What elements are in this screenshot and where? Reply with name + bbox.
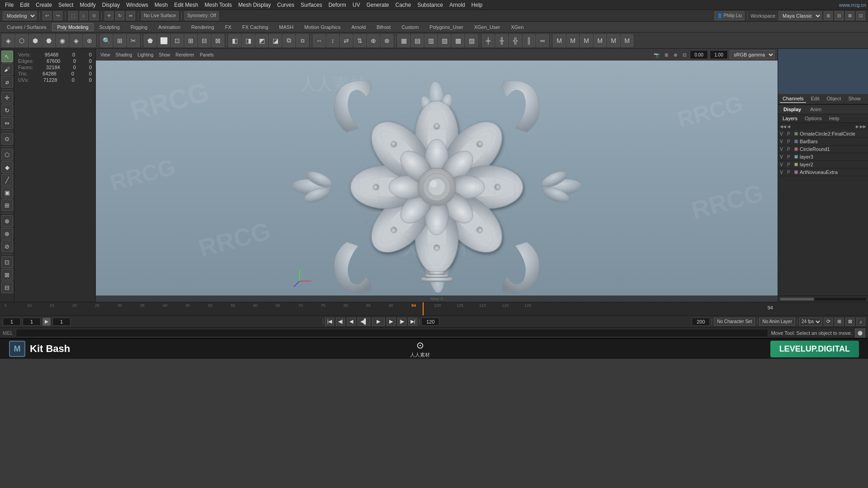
- shelf-tab-sculpting[interactable]: Sculpting: [94, 23, 125, 31]
- shelf-icon-25[interactable]: ⇄: [340, 34, 353, 47]
- render-region-icon[interactable]: ⊡: [681, 52, 688, 58]
- shelf-icon-11[interactable]: ⬟: [144, 34, 156, 47]
- shelf-icon-7[interactable]: ⊕: [83, 34, 96, 47]
- shelf-tab-motion-graphics[interactable]: Motion Graphics: [299, 23, 345, 31]
- anim-start-field[interactable]: [23, 318, 41, 326]
- menu-edit[interactable]: Edit: [17, 1, 33, 9]
- lighting-menu-btn[interactable]: Lighting: [136, 52, 155, 58]
- shelf-tab-rigging[interactable]: Rigging: [126, 23, 152, 31]
- shelf-tab-bifrost[interactable]: Bifrost: [372, 23, 396, 31]
- range-end-field[interactable]: [421, 318, 439, 326]
- layers-nav-prev[interactable]: ◀: [787, 124, 790, 129]
- layer-row-1[interactable]: V P BarBars: [778, 138, 868, 145]
- shelf-icon-39[interactable]: ═: [536, 34, 549, 47]
- menu-arnold[interactable]: Arnold: [446, 1, 468, 9]
- shelf-icon-43[interactable]: M: [594, 34, 606, 47]
- play-fwd-btn[interactable]: ▶: [372, 318, 385, 326]
- rotate-tool-btn[interactable]: ↻: [115, 11, 124, 20]
- shelf-tab-curves-surfaces[interactable]: Curves / Surfaces: [2, 23, 51, 31]
- shelf-icon-6[interactable]: ◈: [70, 34, 82, 47]
- show-menu-btn[interactable]: Show: [157, 52, 172, 58]
- shelf-icon-22[interactable]: ⧈: [296, 34, 309, 47]
- shelf-icon-21[interactable]: ⧉: [283, 34, 295, 47]
- shelf-icon-20[interactable]: ◪: [269, 34, 282, 47]
- snap-icon[interactable]: ⊕: [1, 215, 13, 227]
- vertex-icon[interactable]: ◆: [1, 161, 13, 173]
- user-btn[interactable]: 👤 Philip Liu: [714, 11, 745, 20]
- timeline-ruler[interactable]: 5 10 15 20 25 30 35 40 45 50 55 60 65 70…: [0, 302, 868, 315]
- anim-play-indicator[interactable]: ▶: [42, 318, 51, 326]
- shelf-icon-28[interactable]: ⊗: [381, 34, 393, 47]
- live-surface-btn[interactable]: No Live Surface: [141, 11, 179, 20]
- menu-generate[interactable]: Generate: [363, 1, 392, 9]
- next-key-btn[interactable]: |▶: [397, 318, 406, 326]
- shelf-icon-1[interactable]: ◈: [2, 34, 14, 47]
- edit-tab[interactable]: Edit: [808, 95, 822, 103]
- renderer-menu-btn[interactable]: Renderer: [174, 52, 196, 58]
- object-tab[interactable]: Object: [824, 95, 844, 103]
- range-start-field[interactable]: [3, 318, 21, 326]
- menu-display[interactable]: Display: [99, 1, 123, 9]
- fps-selector[interactable]: 24 fps: [799, 318, 822, 326]
- viewport[interactable]: View Shading Lighting Show Renderer Pane…: [96, 49, 778, 302]
- menu-create[interactable]: Create: [33, 1, 55, 9]
- menu-help[interactable]: Help: [468, 1, 486, 9]
- shelf-tab-rendering[interactable]: Rendering: [186, 23, 219, 31]
- exposure-input[interactable]: [710, 50, 728, 59]
- lasso-tool-btn[interactable]: ⌂: [80, 11, 88, 20]
- right-icon1[interactable]: ⊞: [824, 11, 833, 20]
- soft-select-icon[interactable]: ⊙: [1, 133, 13, 145]
- face-icon[interactable]: ▣: [1, 187, 13, 198]
- right-icon4[interactable]: ⊡: [856, 11, 865, 20]
- menu-mesh-display[interactable]: Mesh Display: [235, 1, 274, 9]
- frame-input[interactable]: [690, 50, 708, 59]
- shelf-icon-26[interactable]: ⇅: [354, 34, 366, 47]
- layers-nav-right[interactable]: ▶▶: [860, 124, 866, 129]
- select-tool-btn[interactable]: ⬚: [68, 11, 78, 20]
- timeline-playhead[interactable]: [423, 302, 424, 315]
- channels-tab[interactable]: Channels: [780, 95, 806, 103]
- scale-tool-btn[interactable]: ⇔: [126, 11, 135, 20]
- select-mode-icon[interactable]: ↖: [1, 51, 13, 62]
- shading-menu-btn[interactable]: Shading: [114, 52, 134, 58]
- shelf-icon-42[interactable]: M: [580, 34, 593, 47]
- snap-to-icon[interactable]: ⊕: [672, 52, 679, 58]
- panels-menu-btn[interactable]: Panels: [198, 52, 216, 58]
- shelf-icon-5[interactable]: ◉: [56, 34, 69, 47]
- grid-icon[interactable]: ⊞: [663, 52, 670, 58]
- edge-icon[interactable]: ╱: [1, 174, 13, 186]
- shelf-icon-13[interactable]: ⊡: [171, 34, 184, 47]
- menu-modify[interactable]: Modify: [76, 1, 99, 9]
- shelf-icon-33[interactable]: ▩: [452, 34, 464, 47]
- next-frame-btn[interactable]: ▶: [387, 318, 396, 326]
- shelf-icon-17[interactable]: ◧: [228, 34, 241, 47]
- menu-substance[interactable]: Substance: [414, 1, 446, 9]
- shelf-tab-mash[interactable]: MASH: [274, 23, 298, 31]
- shelf-icon-24[interactable]: ↕: [326, 34, 339, 47]
- shelf-icon-44[interactable]: M: [607, 34, 620, 47]
- undo-btn[interactable]: ↩: [42, 11, 52, 20]
- layer-editor-icon[interactable]: ⊠: [1, 269, 13, 281]
- shelf-icon-40[interactable]: M: [553, 34, 566, 47]
- timeline[interactable]: 5 10 15 20 25 30 35 40 45 50 55 60 65 70…: [0, 302, 868, 315]
- mode-selector[interactable]: Modeling: [3, 11, 37, 20]
- layer-row-5[interactable]: V P ArtNovueauExtra: [778, 169, 868, 176]
- shelf-icon-14[interactable]: ⊞: [184, 34, 197, 47]
- shelf-tab-poly-modeling[interactable]: Poly Modeling: [52, 23, 93, 31]
- layers-nav-next[interactable]: ▶: [856, 124, 859, 129]
- shelf-icon-34[interactable]: ▨: [465, 34, 478, 47]
- view-menu-btn[interactable]: View: [99, 52, 112, 58]
- lasso-select-icon[interactable]: ⌀: [1, 76, 13, 88]
- menu-surfaces[interactable]: Surfaces: [297, 1, 325, 9]
- layers-nav-left[interactable]: ◀◀: [780, 124, 786, 129]
- go-end-btn[interactable]: ▶|: [408, 318, 417, 326]
- no-anim-layer-btn[interactable]: No Anim Layer: [759, 318, 795, 326]
- menu-file[interactable]: File: [2, 1, 17, 9]
- anim-tab[interactable]: Anim: [807, 106, 825, 113]
- menu-edit-mesh[interactable]: Edit Mesh: [171, 1, 201, 9]
- go-start-btn[interactable]: |◀: [325, 318, 334, 326]
- shelf-icon-29[interactable]: ▦: [397, 34, 410, 47]
- shelf-tab-xgen-user[interactable]: XGen_User: [469, 23, 505, 31]
- menu-mesh[interactable]: Mesh: [151, 1, 171, 9]
- layer-row-2[interactable]: V P CircleRound1: [778, 145, 868, 153]
